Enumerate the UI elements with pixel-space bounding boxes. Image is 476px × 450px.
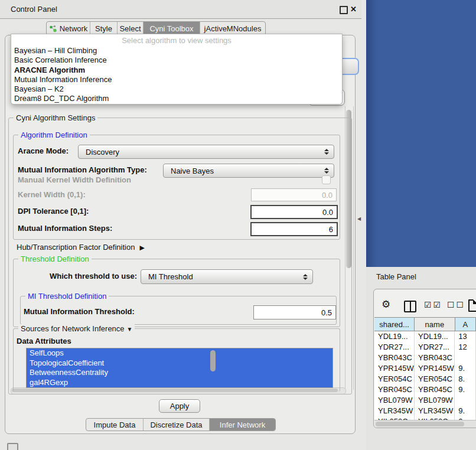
control-panel-title: Control Panel	[11, 0, 57, 18]
table-cell: YPR145W	[374, 363, 415, 374]
data-attribute-item[interactable]: gal4RGexp	[27, 378, 332, 388]
table-cell: 9.	[455, 363, 476, 374]
table-cell: YLR345W	[415, 406, 455, 416]
table-row[interactable]: YDL19...YDL19...13	[374, 331, 476, 342]
data-attribute-item[interactable]: BetweennessCentrality	[27, 368, 332, 378]
algorithm-popup-items: Bayesian – Hill ClimbingBasic Correlatio…	[14, 46, 339, 104]
algorithm-option[interactable]: Bayesian – Hill Climbing	[14, 46, 339, 56]
which-threshold-value: MI Threshold	[148, 272, 302, 281]
data-attributes-label: Data Attributes	[17, 337, 71, 346]
unselect-all-columns-icon[interactable]: ☐☐	[447, 300, 465, 309]
tab-network[interactable]: Network	[47, 22, 90, 35]
table-row[interactable]: YBR045CYBR045C9.	[374, 384, 476, 395]
control-panel-header: Control Panel ✕	[0, 0, 361, 19]
table-cell: YDL19...	[415, 331, 455, 342]
cyni-bottom-tabstrip: Impute DataDiscretize DataInfer Network	[86, 418, 276, 431]
splitter-collapse-icon[interactable]: ◀	[357, 216, 361, 221]
tab-impute-data[interactable]: Impute Data	[86, 419, 144, 431]
mi-threshold-value: 0.5	[321, 308, 332, 317]
table-cell: YDL19...	[374, 331, 415, 342]
table-cell: YER054C	[374, 374, 415, 384]
sources-group-title: Sources for Network Inference▼	[18, 324, 135, 333]
apply-button[interactable]: Apply	[159, 399, 200, 413]
expanded-arrow-icon[interactable]: ▼	[127, 326, 133, 332]
table-cell: YBR045C	[374, 384, 415, 395]
table-cell: YBL079W	[415, 395, 455, 406]
table-horizontal-scrollbar-thumb[interactable]	[376, 422, 464, 426]
mi-threshold-field[interactable]: 0.5	[253, 305, 336, 319]
tab-style[interactable]: Style	[90, 22, 118, 35]
dpi-tolerance-label: DPI Tolerance [0,1]:	[18, 207, 89, 216]
table-row[interactable]: YLR345WYLR345W9.	[374, 406, 476, 416]
tab-jactivemnodules[interactable]: jActiveMNodules	[200, 22, 265, 35]
table-cell: YDR27...	[415, 342, 455, 353]
data-attribute-item[interactable]: SelfLoops	[27, 348, 332, 358]
table-cell: 12	[455, 342, 476, 353]
data-attribute-item[interactable]: TopologicalCoefficient	[27, 358, 332, 369]
table-cell: YPR145W	[415, 363, 455, 374]
hub-definition-toggle[interactable]: Hub/Transcription Factor Definition▶	[17, 243, 145, 252]
export-table-icon[interactable]	[468, 299, 476, 312]
float-window-icon[interactable]	[340, 6, 348, 14]
table-header-row: shared...nameA	[374, 317, 476, 331]
table-column-header[interactable]: shared...	[374, 318, 415, 331]
table-cell: YBR043C	[374, 353, 415, 363]
kernel-width-value: 0.0	[322, 191, 332, 200]
combo-arrows-icon	[302, 274, 308, 280]
node-table: shared...nameA YDL19...YDL19...13YDR27..…	[374, 317, 476, 421]
dpi-tolerance-field[interactable]: 0.0	[250, 205, 338, 219]
table-settings-gear-icon[interactable]: ⚙	[382, 299, 390, 309]
tab-label: jActiveMNodules	[204, 24, 262, 33]
show-columns-icon[interactable]	[404, 301, 416, 312]
algorithm-dropdown-popup: Select algorithm to view settings Bayesi…	[11, 34, 343, 105]
cyni-algorithm-settings-title: Cyni Algorithm Settings	[14, 113, 97, 122]
apply-button-label: Apply	[170, 402, 190, 410]
algorithm-option[interactable]: Dream8 DC_TDC Algorithm	[14, 94, 339, 103]
table-cell: YER054C	[415, 374, 455, 384]
table-row[interactable]: YER054CYER054C8.	[374, 374, 476, 384]
table-cell: YDR27...	[374, 342, 415, 353]
tab-infer-network[interactable]: Infer Network	[210, 419, 275, 431]
mi-algorithm-type-value: Naive Bayes	[171, 167, 324, 175]
kernel-width-field[interactable]: 0.0	[251, 188, 337, 201]
minimized-panel-icon[interactable]	[7, 443, 18, 450]
which-threshold-select[interactable]: MI Threshold	[141, 269, 313, 284]
tab-cyni-toolbox[interactable]: Cyni Toolbox	[144, 22, 200, 35]
algorithm-option[interactable]: Bayesian – K2	[14, 84, 339, 94]
threshold-definition-title: Threshold Definition	[18, 255, 92, 263]
data-attributes-list[interactable]: SelfLoopsTopologicalCoefficientBetweenne…	[26, 348, 333, 388]
table-horizontal-scrollbar[interactable]	[374, 420, 476, 428]
tab-discretize-data[interactable]: Discretize Data	[144, 419, 210, 431]
algorithm-option[interactable]: Mutual Information Inference	[14, 75, 339, 84]
control-panel-window: Control Panel ✕ NetworkStyleSelectCyni T…	[0, 0, 361, 435]
attributes-list-scrollbar-thumb[interactable]	[210, 350, 216, 371]
hub-definition-label: Hub/Transcription Factor Definition	[17, 243, 135, 252]
mi-algorithm-type-select[interactable]: Naive Bayes	[163, 164, 334, 178]
select-all-columns-icon[interactable]: ☑☑	[424, 300, 442, 309]
combo-arrows-icon	[324, 168, 329, 174]
algorithm-definition-title: Algorithm Definition	[18, 131, 90, 139]
kernel-width-label: Kernel Width (0,1):	[18, 190, 86, 200]
table-column-header[interactable]: name	[415, 318, 455, 331]
table-row[interactable]: YDR27...YDR27...12	[374, 342, 476, 353]
table-column-header[interactable]: A	[455, 318, 476, 331]
table-panel-section: Table Panel ⚙ ☑☑ ☐☐ shared...nameA YDL19…	[366, 267, 476, 450]
tab-label: Cyni Toolbox	[149, 24, 193, 33]
table-row[interactable]: YBR043CYBR043C	[374, 353, 476, 363]
mi-steps-field[interactable]: 6	[250, 222, 338, 236]
manual-kernel-width-checkbox[interactable]	[322, 175, 331, 184]
aracne-mode-select[interactable]: Discovery	[78, 145, 334, 159]
tab-label: Infer Network	[220, 420, 265, 429]
algorithm-popup-placeholder: Select algorithm to view settings	[11, 36, 342, 45]
tab-label: Impute Data	[94, 420, 136, 429]
combo-arrows-icon	[324, 149, 329, 155]
table-row[interactable]: YPR145WYPR145W9.	[374, 363, 476, 374]
tab-select[interactable]: Select	[118, 22, 144, 35]
table-row[interactable]: YBL079WYBL079W	[374, 395, 476, 406]
manual-kernel-width-label: Manual Kernel Width Definition	[18, 175, 131, 185]
close-icon[interactable]: ✕	[350, 0, 357, 18]
collapsed-arrow-icon[interactable]: ▶	[139, 244, 144, 251]
algorithm-option[interactable]: ARACNE Algorithm	[14, 66, 339, 75]
algorithm-option[interactable]: Basic Correlation Inference	[14, 56, 339, 65]
mi-threshold-label: Mutual Information Threshold:	[24, 307, 135, 317]
